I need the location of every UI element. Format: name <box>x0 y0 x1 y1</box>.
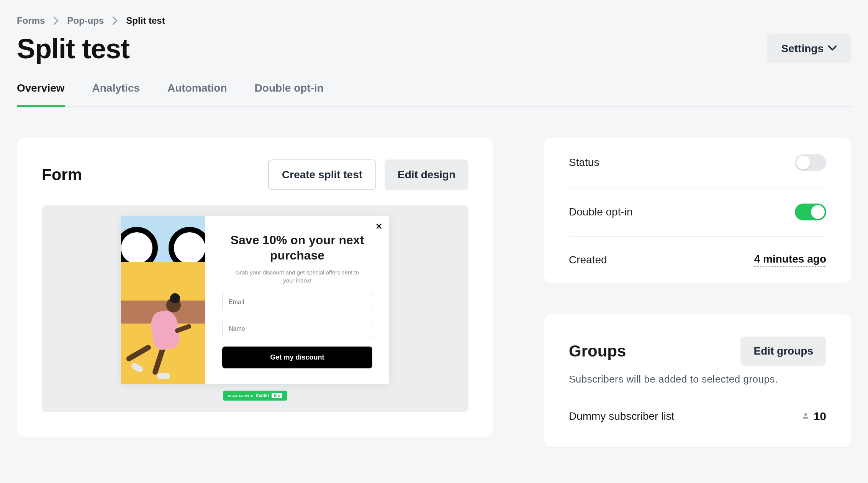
edit-design-button[interactable]: Edit design <box>385 159 468 190</box>
status-label: Status <box>569 156 599 169</box>
page-title: Split test <box>17 33 129 64</box>
groups-title: Groups <box>569 342 626 360</box>
group-row: Dummy subscriber list 10 <box>569 410 826 423</box>
popup-preview: ✕ Save 10% on your next purchase Grab yo… <box>121 216 389 384</box>
breadcrumb: Forms Pop-ups Split test <box>17 15 851 26</box>
close-icon[interactable]: ✕ <box>375 222 382 232</box>
settings-button[interactable]: Settings <box>767 34 851 63</box>
groups-description: Subscribers will be added to selected gr… <box>569 373 826 385</box>
status-card: Status Double opt-in Created 4 minutes a… <box>544 138 851 283</box>
status-toggle[interactable] <box>795 154 826 171</box>
tabs: Overview Analytics Automation Double opt… <box>17 79 851 107</box>
popup-name-input[interactable] <box>222 320 372 338</box>
badge-suffix: lite <box>272 393 282 398</box>
popup-submit-button[interactable]: Get my discount <box>222 347 372 368</box>
breadcrumb-forms[interactable]: Forms <box>17 15 45 26</box>
double-optin-toggle[interactable] <box>795 204 826 220</box>
person-icon <box>801 410 810 423</box>
chevron-right-icon <box>112 16 118 25</box>
form-card: Form Create split test Edit design <box>17 138 493 437</box>
page-header: Split test Settings <box>17 33 851 64</box>
breadcrumb-popups[interactable]: Pop-ups <box>67 15 104 26</box>
popup-subtitle: Grab your discount and get special offer… <box>222 268 372 284</box>
tab-overview[interactable]: Overview <box>17 79 65 107</box>
created-label: Created <box>569 254 607 266</box>
settings-button-label: Settings <box>781 43 824 55</box>
tab-double-opt-in[interactable]: Double opt-in <box>255 79 324 107</box>
chevron-down-icon <box>828 43 837 55</box>
edit-groups-button[interactable]: Edit groups <box>740 337 826 366</box>
popup-image <box>121 216 205 384</box>
tab-analytics[interactable]: Analytics <box>92 79 140 107</box>
double-optin-label: Double opt-in <box>569 206 633 218</box>
breadcrumb-current: Split test <box>126 15 165 26</box>
group-count: 10 <box>801 410 826 423</box>
groups-card: Groups Edit groups Subscribers will be a… <box>544 314 851 448</box>
popup-title: Save 10% on your next purchase <box>222 232 372 263</box>
popup-email-input[interactable] <box>222 293 372 311</box>
group-count-value: 10 <box>814 410 826 423</box>
badge-prefix: CREATED WITH <box>228 394 254 398</box>
mailerlite-badge[interactable]: CREATED WITH mailer lite <box>223 391 287 401</box>
created-value: 4 minutes ago <box>754 253 826 267</box>
chevron-right-icon <box>53 16 59 25</box>
create-split-test-button[interactable]: Create split test <box>268 159 376 190</box>
badge-brand: mailer <box>256 393 269 398</box>
group-name: Dummy subscriber list <box>569 410 674 422</box>
content: Form Create split test Edit design <box>17 138 851 448</box>
tab-automation[interactable]: Automation <box>167 79 227 107</box>
form-card-title: Form <box>42 166 82 184</box>
form-preview: ✕ Save 10% on your next purchase Grab yo… <box>42 205 468 412</box>
